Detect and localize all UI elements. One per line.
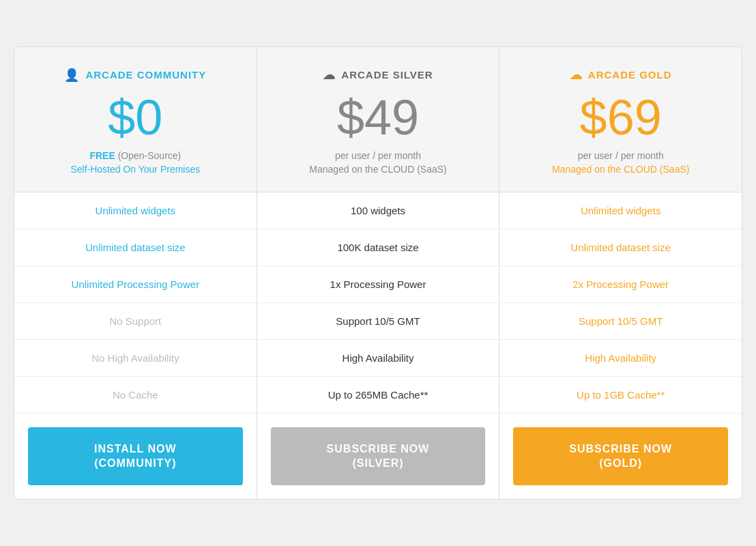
plan-footer-silver: Subscribe Now(Silver) — [257, 413, 499, 500]
plan-header-community: 👤 Arcade Community $0 FREE (Open-Source)… — [14, 47, 257, 192]
feature-row: Unlimited dataset size — [499, 229, 742, 266]
plan-free-label: FREE — [89, 150, 115, 161]
plan-price-community: $0 — [28, 93, 243, 142]
plan-subtitle2-gold: Managed on the CLOUD (SaaS) — [513, 164, 728, 175]
feature-row: 100K dataset size — [257, 229, 499, 266]
cta-button-gold[interactable]: Subscribe Now(Gold) — [513, 427, 728, 486]
plan-subtitle2-community: Self-Hosted On Your Premises — [28, 164, 243, 175]
plan-silver: ☁ Arcade Silver $49per user / per monthM… — [257, 47, 500, 500]
plan-footer-gold: Subscribe Now(Gold) — [499, 413, 742, 500]
plan-icon-community: 👤 — [64, 68, 80, 83]
feature-row: Unlimited Processing Power — [14, 266, 257, 303]
plan-title-community: Arcade Community — [85, 69, 206, 81]
feature-row: Support 10/5 GMT — [257, 303, 499, 340]
feature-row: No High Availability — [14, 340, 257, 377]
feature-row: No Cache — [14, 377, 257, 413]
plan-name-gold: ☁ Arcade Gold — [513, 68, 728, 83]
plan-price-gold: $69 — [513, 93, 728, 142]
feature-row: Support 10/5 GMT — [499, 303, 742, 340]
plan-name-silver: ☁ Arcade Silver — [271, 68, 486, 83]
plan-features-community: Unlimited widgetsUnlimited dataset sizeU… — [14, 192, 257, 413]
feature-row: No Support — [14, 303, 257, 340]
plan-icon-silver: ☁ — [323, 68, 336, 83]
plan-header-silver: ☁ Arcade Silver $49per user / per monthM… — [257, 47, 499, 192]
plan-gold: ☁ Arcade Gold $69per user / per monthMan… — [499, 47, 742, 500]
feature-row: Unlimited widgets — [14, 192, 257, 229]
plan-community: 👤 Arcade Community $0 FREE (Open-Source)… — [14, 47, 257, 500]
plan-subtitle1-community: FREE (Open-Source) — [28, 150, 243, 161]
plan-footer-community: Install Now(Community) — [14, 413, 257, 500]
plan-subtitle1-silver: per user / per month — [271, 150, 486, 161]
cta-button-community[interactable]: Install Now(Community) — [28, 427, 243, 486]
plan-subtitle1-gold: per user / per month — [513, 150, 728, 161]
feature-row: 1x Processing Power — [257, 266, 499, 303]
plan-price-silver: $49 — [271, 93, 486, 142]
feature-row: Up to 265MB Cache** — [257, 377, 499, 413]
feature-row: High Availability — [257, 340, 499, 377]
plan-features-silver: 100 widgets100K dataset size1x Processin… — [257, 192, 499, 413]
pricing-table: 👤 Arcade Community $0 FREE (Open-Source)… — [14, 46, 742, 500]
plan-name-community: 👤 Arcade Community — [28, 68, 243, 83]
feature-row: Up to 1GB Cache** — [499, 377, 742, 413]
feature-row: Unlimited dataset size — [14, 229, 257, 266]
feature-row: High Availability — [499, 340, 742, 377]
plan-header-gold: ☁ Arcade Gold $69per user / per monthMan… — [499, 47, 742, 192]
plan-features-gold: Unlimited widgetsUnlimited dataset size2… — [499, 192, 742, 413]
cta-button-silver[interactable]: Subscribe Now(Silver) — [271, 427, 486, 486]
feature-row: 100 widgets — [257, 192, 499, 229]
feature-row: 2x Processing Power — [499, 266, 742, 303]
plan-title-gold: Arcade Gold — [588, 69, 672, 81]
plan-icon-gold: ☁ — [570, 68, 583, 83]
plan-subtitle2-silver: Managed on the CLOUD (SaaS) — [271, 164, 486, 175]
feature-row: Unlimited widgets — [499, 192, 742, 229]
plan-title-silver: Arcade Silver — [341, 69, 433, 81]
